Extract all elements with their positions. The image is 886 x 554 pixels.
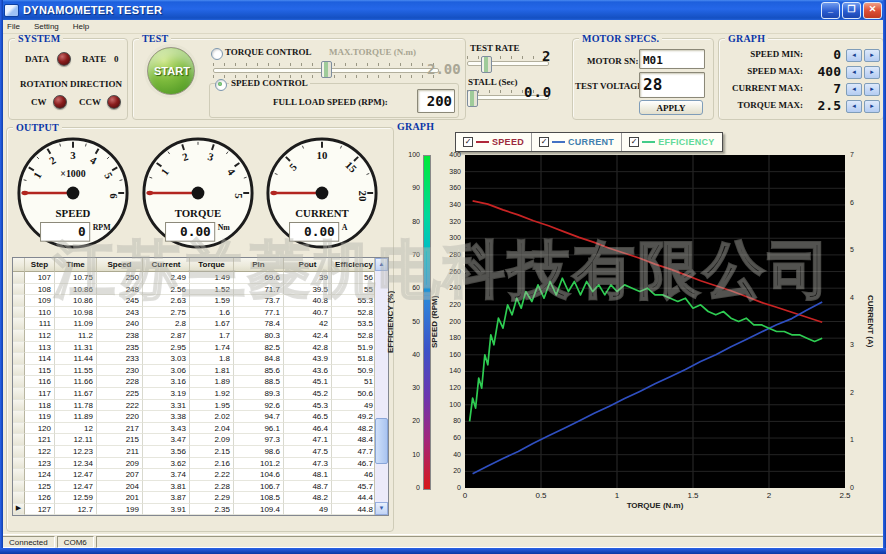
table-header-current[interactable]: Current xyxy=(143,258,190,272)
row-selector[interactable] xyxy=(13,481,25,493)
table-row[interactable]: 11611.662283.161.8988.545.151 xyxy=(13,376,388,388)
torque-gauge: 12345TORQUE0.00Nm xyxy=(139,134,257,252)
menu-item-file[interactable]: File xyxy=(0,22,27,31)
table-header-torque[interactable]: Torque xyxy=(190,258,234,272)
test-voltage-field[interactable]: 28 xyxy=(639,72,705,98)
row-selector[interactable] xyxy=(13,307,25,319)
table-row[interactable]: 10910.862452.631.5973.740.855.3 xyxy=(13,295,388,307)
table-cell: 11.55 xyxy=(55,365,97,377)
legend-checkbox[interactable]: ✓ xyxy=(539,137,549,147)
title-bar[interactable]: DYNAMOMETER TESTER _ ❐ ✕ xyxy=(0,0,886,20)
apply-button[interactable]: APPLY xyxy=(639,100,703,115)
table-row[interactable]: 12312.342093.622.16101.247.346.7 xyxy=(13,458,388,470)
start-button[interactable]: START xyxy=(147,47,195,95)
table-row[interactable]: 11010.982432.751.677.140.752.8 xyxy=(13,307,388,319)
table-row[interactable]: 11711.672253.191.9289.345.250.6 xyxy=(13,388,388,400)
row-selector[interactable] xyxy=(13,492,25,504)
row-selector[interactable] xyxy=(13,284,25,296)
table-header-time[interactable]: Time xyxy=(55,258,97,272)
table-row[interactable]: 10710.752502.491.4969.63956 xyxy=(13,272,388,284)
table-row[interactable]: 120122173.432.0496.146.448.2 xyxy=(13,423,388,435)
row-selector[interactable] xyxy=(13,365,25,377)
chart-plot-area[interactable] xyxy=(465,155,845,488)
table-cell: 10.86 xyxy=(55,284,97,296)
table-row[interactable]: 10810.862482.561.5271.739.555 xyxy=(13,284,388,296)
table-cell: 11.66 xyxy=(55,376,97,388)
row-selector[interactable] xyxy=(13,400,25,412)
row-selector[interactable] xyxy=(13,411,25,423)
menu-item-help[interactable]: Help xyxy=(66,22,96,31)
full-load-speed-field[interactable]: 200 xyxy=(417,89,455,113)
menu-item-setting[interactable]: Setting xyxy=(27,22,66,31)
chart-legend: ✓SPEED✓CURRENT✓EFFICIENCY xyxy=(455,132,723,152)
test-rate-label: TEST RATE xyxy=(470,43,519,53)
spin-right-button[interactable]: ▸ xyxy=(864,49,880,62)
row-selector[interactable] xyxy=(13,388,25,400)
row-selector[interactable] xyxy=(13,318,25,330)
table-row[interactable]: 12512.472043.812.28106.748.745.7 xyxy=(13,481,388,493)
close-button[interactable]: ✕ xyxy=(863,2,882,19)
legend-checkbox[interactable]: ✓ xyxy=(463,137,473,147)
table-cell: 11.89 xyxy=(55,411,97,423)
row-selector[interactable] xyxy=(13,423,25,435)
current-tick: 4 xyxy=(850,294,864,301)
table-row[interactable]: 12212.232113.562.1598.647.547.7 xyxy=(13,446,388,458)
table-row[interactable]: 12612.592013.872.29108.548.244.4 xyxy=(13,492,388,504)
maximize-button[interactable]: ❐ xyxy=(842,2,861,19)
motor-sn-field[interactable]: M01 xyxy=(639,49,705,69)
speed-tick: 240 xyxy=(439,284,461,291)
table-row[interactable]: 11511.552303.061.8185.643.650.9 xyxy=(13,365,388,377)
table-row[interactable]: 11911.892203.382.0294.746.549.2 xyxy=(13,411,388,423)
scroll-down-button[interactable]: ▼ xyxy=(375,502,388,515)
minimize-button[interactable]: _ xyxy=(821,2,840,19)
slider-thumb[interactable] xyxy=(467,90,478,107)
spin-left-button[interactable]: ◂ xyxy=(846,83,862,96)
graph-setting-value: 0 xyxy=(805,47,841,62)
spin-right-button[interactable]: ▸ xyxy=(864,83,880,96)
row-selector[interactable] xyxy=(13,272,25,284)
table-row[interactable]: ▶12712.71993.912.35109.44944.8 xyxy=(13,504,388,516)
legend-checkbox[interactable]: ✓ xyxy=(629,137,639,147)
slider-track[interactable] xyxy=(467,61,549,66)
table-row[interactable]: 11111.092402.81.6778.44253.5 xyxy=(13,318,388,330)
spin-right-button[interactable]: ▸ xyxy=(864,100,880,113)
table-cell: 114 xyxy=(25,353,55,365)
spin-left-button[interactable]: ◂ xyxy=(846,100,862,113)
table-row[interactable]: 11411.442333.031.884.843.951.8 xyxy=(13,353,388,365)
speed-control-radio[interactable] xyxy=(215,79,227,91)
table-header-pout[interactable]: Pout xyxy=(284,258,332,272)
table-header-speed[interactable]: Speed xyxy=(97,258,143,272)
spin-right-button[interactable]: ▸ xyxy=(864,66,880,79)
row-selector[interactable] xyxy=(13,342,25,354)
spin-left-button[interactable]: ◂ xyxy=(846,49,862,62)
row-selector[interactable] xyxy=(13,458,25,470)
app-icon xyxy=(4,4,19,17)
table-row[interactable]: 11811.782223.311.9592.645.349 xyxy=(13,400,388,412)
row-selector[interactable] xyxy=(13,446,25,458)
row-selector[interactable] xyxy=(13,295,25,307)
table-row[interactable]: 12112.112153.472.0997.347.148.4 xyxy=(13,434,388,446)
table-cell: 49.2 xyxy=(332,411,377,423)
row-selector[interactable] xyxy=(13,353,25,365)
torque-control-radio[interactable] xyxy=(211,48,223,60)
row-selector[interactable] xyxy=(13,330,25,342)
table-row[interactable]: 11311.312352.951.7482.542.851.9 xyxy=(13,342,388,354)
legend-label: SPEED xyxy=(492,137,524,147)
spin-left-button[interactable]: ◂ xyxy=(846,66,862,79)
table-header-pin[interactable]: Pin xyxy=(234,258,284,272)
table-header-step[interactable]: Step xyxy=(25,258,55,272)
table-row[interactable]: 11211.22382.871.780.342.452.8 xyxy=(13,330,388,342)
table-cell: 1.8 xyxy=(190,353,234,365)
table-header-efficiency[interactable]: Efficiency xyxy=(332,258,377,272)
slider-thumb[interactable] xyxy=(321,61,332,78)
slider-thumb[interactable] xyxy=(481,56,492,73)
current-gauge: 5101520CURRENT0.00A xyxy=(263,134,381,252)
table-row[interactable]: 12412.472073.742.22104.648.146 xyxy=(13,469,388,481)
row-selector[interactable] xyxy=(13,434,25,446)
row-selector[interactable]: ▶ xyxy=(13,504,25,516)
table-cell: 2.16 xyxy=(190,458,234,470)
row-selector[interactable] xyxy=(13,376,25,388)
motor-sn-label: MOTOR SN: xyxy=(587,56,639,66)
table-cell: 12.47 xyxy=(55,481,97,493)
row-selector[interactable] xyxy=(13,469,25,481)
